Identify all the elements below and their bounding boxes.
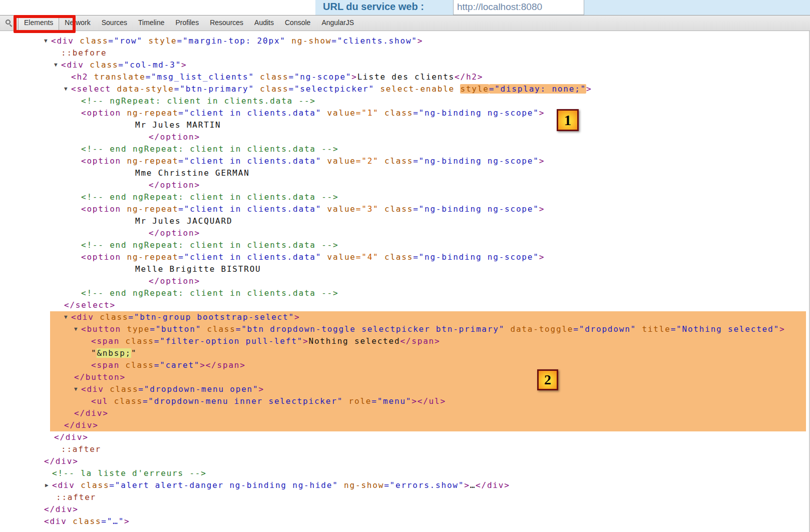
code-token: translate [88, 72, 145, 82]
code-token: ng-repeat [121, 252, 178, 262]
code-token: ng-repeat [121, 156, 178, 166]
dom-tree-line[interactable]: </option> [0, 131, 810, 143]
code-token: </span> [206, 360, 246, 370]
disclosure-arrow-icon[interactable]: ▼ [74, 323, 81, 335]
code-token: ::before [61, 48, 107, 58]
tab-profiles[interactable]: Profiles [170, 16, 204, 31]
code-token: > [200, 360, 205, 370]
dom-tree-line[interactable]: </div> [0, 407, 810, 419]
dom-tree-line[interactable]: <!-- end ngRepeat: client in clients.dat… [0, 239, 810, 251]
disclosure-arrow-icon[interactable]: ▼ [64, 83, 71, 95]
code-token: <select [71, 84, 111, 94]
dom-tree-line[interactable]: <ul class="dropdown-menu inner selectpic… [0, 395, 810, 407]
disclosure-arrow-icon[interactable]: ▼ [44, 35, 51, 47]
dom-tree-line[interactable]: ▼<select data-style="btn-primary" class=… [0, 83, 810, 95]
dom-tree-line[interactable]: ::after [0, 491, 810, 503]
code-token: ::after [61, 444, 101, 454]
dom-tree-line[interactable]: <option ng-repeat="client in clients.dat… [0, 107, 810, 119]
code-token: ="filter-option pull-left" [154, 336, 303, 346]
webpage-strip: URL du service web : http://localhost:80… [0, 0, 810, 15]
tab-timeline[interactable]: Timeline [133, 16, 170, 31]
dom-tree-line[interactable]: <h2 translate="msg_list_clients" class="… [0, 71, 810, 83]
code-token: > [412, 396, 417, 406]
dom-tree-line[interactable]: </button> [0, 371, 810, 383]
code-token: ="margin-top: 20px" [177, 36, 286, 46]
code-token: ="client in clients.data" [178, 252, 321, 262]
code-token: ="selectpicker" [288, 84, 374, 94]
dom-tree-line[interactable]: </option> [0, 179, 810, 191]
code-token: <div [81, 384, 104, 394]
disclosure-arrow-icon[interactable]: ▼ [64, 311, 71, 323]
dom-tree-line[interactable]: ▼<div class="btn-group bootstrap-select"… [0, 311, 810, 323]
code-token: ="…" [101, 516, 124, 526]
code-token: > [181, 60, 187, 70]
disclosure-arrow-icon[interactable]: ▼ [54, 59, 61, 71]
code-token: ="ng-binding ng-scope" [413, 108, 539, 118]
dom-tree-line[interactable]: "&nbsp;" [0, 347, 810, 359]
dom-tree-line[interactable]: </select> [0, 299, 810, 311]
code-token: " [91, 348, 97, 358]
code-token: </h2> [455, 72, 483, 82]
tab-angularjs[interactable]: AngularJS [316, 16, 359, 31]
dom-tree-line[interactable]: Melle Brigitte BISTROU [0, 263, 810, 275]
dom-tree-line[interactable]: </div> [0, 455, 810, 467]
dom-tree-line[interactable]: ▼<div class="col-md-3"> [0, 59, 810, 71]
url-input[interactable]: http://localhost:8080 [453, 0, 584, 15]
dom-tree-line[interactable]: </div> [0, 419, 810, 431]
code-token: <div [61, 60, 84, 70]
dom-tree-line[interactable]: </div> [0, 431, 810, 443]
code-token: ="3" [356, 204, 379, 214]
dom-tree-line[interactable]: <!-- la liste d'erreurs --> [0, 467, 810, 479]
code-token: ="client in clients.data" [178, 108, 321, 118]
disclosure-arrow-icon[interactable]: ▶ [45, 479, 52, 491]
dom-tree-line[interactable]: <span class="filter-option pull-left">No… [0, 335, 810, 347]
dom-tree-line[interactable]: <option ng-repeat="client in clients.dat… [0, 251, 810, 263]
dom-tree-line[interactable]: Mr Jules JACQUARD [0, 215, 810, 227]
dom-tree-line[interactable]: ▶<div class="alert alert-danger ng-bindi… [0, 479, 810, 491]
code-token: value [321, 156, 356, 166]
dom-tree-line[interactable]: ▼<button type="button" class="btn dropdo… [0, 323, 810, 335]
dom-tree-line[interactable]: ::after [0, 443, 810, 455]
code-token: <h2 [71, 72, 88, 82]
dom-tree-line[interactable]: </div> [0, 503, 810, 515]
dom-tree-line[interactable]: <!-- ngRepeat: client in clients.data --… [0, 95, 810, 107]
dom-tree-line[interactable]: <span class="caret"></span> [0, 359, 810, 371]
dom-tree-line[interactable]: </option> [0, 275, 810, 287]
code-token: </div> [74, 408, 109, 418]
code-token: Nothing selected [308, 336, 400, 346]
code-token: </div> [54, 432, 89, 442]
code-token: ="client in clients.data" [178, 204, 321, 214]
dom-tree-line[interactable]: <!-- end ngRepeat: client in clients.dat… [0, 191, 810, 203]
tab-resources[interactable]: Resources [204, 16, 249, 31]
code-token: ="col-md-3" [118, 60, 181, 70]
dom-tree-line[interactable]: <option ng-repeat="client in clients.dat… [0, 155, 810, 167]
code-token: ="row" [108, 36, 143, 46]
code-token: ="alert alert-danger ng-binding ng-hide" [109, 480, 338, 490]
disclosure-arrow-icon[interactable]: ▼ [74, 383, 81, 395]
dom-tree-line[interactable]: <div class="…"> [0, 515, 810, 527]
dom-tree-line[interactable]: ::before [0, 47, 810, 59]
code-token: class [379, 108, 414, 118]
dom-tree-line[interactable]: <!-- end ngRepeat: client in clients.dat… [0, 287, 810, 299]
code-token: style [460, 84, 489, 94]
dom-tree-line[interactable]: Mme Christine GERMAN [0, 167, 810, 179]
tab-sources[interactable]: Sources [96, 16, 133, 31]
dom-tree-line[interactable]: ▼<div class="dropdown-menu open"> [0, 383, 810, 395]
code-token: ="btn-group bootstrap-select" [128, 312, 294, 322]
dom-tree-line[interactable]: </option> [0, 227, 810, 239]
code-token: <div [44, 516, 67, 526]
code-token: </option> [149, 132, 200, 142]
tab-audits[interactable]: Audits [249, 16, 279, 31]
code-token: ="1" [356, 108, 379, 118]
dom-tree-line[interactable]: <!-- end ngRepeat: client in clients.dat… [0, 143, 810, 155]
dom-tree-line[interactable]: Mr Jules MARTIN [0, 119, 810, 131]
dom-tree-line[interactable]: ▼<div class="row" style="margin-top: 20p… [0, 35, 810, 47]
code-token: ="dropdown-menu open" [138, 384, 258, 394]
code-token: ="btn-primary" [174, 84, 254, 94]
tab-console[interactable]: Console [279, 16, 316, 31]
code-token: ="menu" [371, 396, 412, 406]
code-token: <!-- end ngRepeat: client in clients.dat… [81, 240, 338, 250]
code-token: Mme Christine GERMAN [135, 168, 250, 178]
code-token: class [75, 480, 110, 490]
dom-tree-line[interactable]: <option ng-repeat="client in clients.dat… [0, 203, 810, 215]
